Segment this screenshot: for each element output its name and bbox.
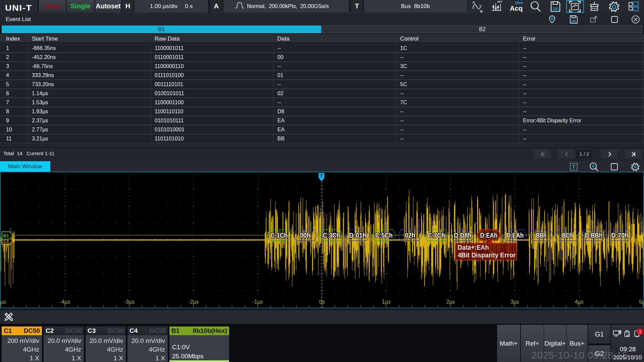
svg-text:T: T <box>320 173 323 179</box>
svg-text:-4µs: -4µs <box>60 299 70 305</box>
svg-text:B1: B1 <box>3 233 9 238</box>
svg-text:T: T <box>572 164 576 170</box>
svg-text:02h: 02h <box>405 231 415 239</box>
svg-text:D:01h: D:01h <box>349 231 367 239</box>
svg-text:4µs: 4µs <box>575 299 583 305</box>
svg-text:A: A <box>473 1 475 4</box>
svg-text:D:70h: D:70h <box>611 231 629 239</box>
svg-text:D:EAh: D:EAh <box>506 231 524 239</box>
svg-text:3µs: 3µs <box>511 299 519 305</box>
svg-text:Ultra: Ultra <box>515 1 523 5</box>
svg-text:Acq: Acq <box>510 5 523 12</box>
svg-text:D:EAh: D:EAh <box>480 231 497 239</box>
svg-text:C:3Ch: C:3Ch <box>323 231 340 239</box>
svg-text:B: B <box>480 10 483 13</box>
svg-text:1µs: 1µs <box>382 299 391 305</box>
svg-text:-5µs: -5µs <box>0 299 6 305</box>
svg-text:D:BBh: D:BBh <box>585 231 602 239</box>
svg-text:-1µs: -1µs <box>253 299 263 305</box>
svg-text:C:7Ch: C:7Ch <box>428 231 445 239</box>
svg-text:C:1Ch: C:1Ch <box>270 231 288 239</box>
svg-text:-3µs: -3µs <box>124 299 134 305</box>
svg-text:-2µs: -2µs <box>188 299 199 305</box>
svg-text:D:D8h: D:D8h <box>454 231 471 239</box>
svg-text:5µs: 5µs <box>639 299 644 305</box>
svg-text:C:5Ch: C:5Ch <box>375 231 393 239</box>
svg-text:BBh: BBh <box>536 231 546 239</box>
svg-text:4Bit Disparity Error: 4Bit Disparity Error <box>458 251 516 259</box>
svg-text:0s: 0s <box>319 299 325 305</box>
svg-text:FFT: FFT <box>497 0 502 3</box>
svg-text:Data+:EAh: Data+:EAh <box>458 244 489 251</box>
svg-text:2µs: 2µs <box>446 299 455 305</box>
svg-text:00h: 00h <box>300 231 311 239</box>
svg-text:BCh: BCh <box>562 231 573 239</box>
